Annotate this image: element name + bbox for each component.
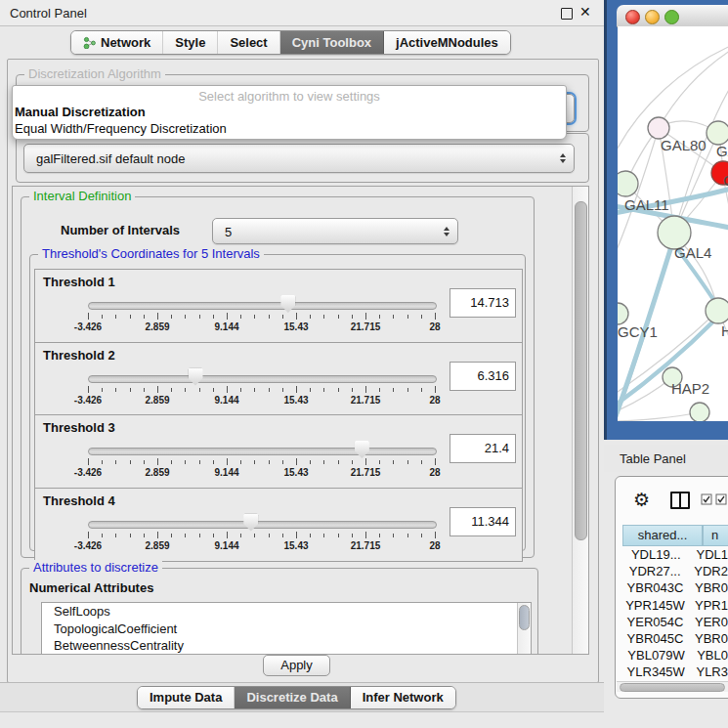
network-node[interactable]	[618, 303, 628, 324]
slider-tick	[310, 388, 311, 392]
slider-tick	[227, 386, 228, 393]
float-window-icon[interactable]	[561, 8, 573, 20]
network-edge[interactable]	[659, 51, 728, 128]
tab-label: Discretize Data	[246, 687, 337, 708]
slider-tick	[227, 313, 228, 320]
attribute-item[interactable]: BetweennessCentrality	[42, 637, 531, 655]
interval-definition-group-title: Interval Definition	[29, 189, 135, 203]
slider-tick	[296, 532, 297, 538]
network-node-label: GAL80	[661, 137, 707, 153]
tab-network[interactable]: Network	[71, 31, 163, 54]
slider-thumb[interactable]	[355, 441, 369, 458]
attribute-item[interactable]: SelfLoops	[42, 603, 531, 621]
attributes-list-scrollbar[interactable]	[517, 603, 531, 654]
zoom-traffic-light-icon[interactable]	[664, 10, 679, 24]
table-row[interactable]: YDL19...YDL1	[622, 546, 728, 563]
discretization-algorithm-group-title: Discretization Algorithm	[24, 66, 165, 81]
tab-impute-data[interactable]: Impute Data	[138, 687, 235, 708]
slider-tick	[407, 388, 408, 392]
table-hscrollbar-thumb[interactable]	[620, 683, 725, 692]
gear-icon[interactable]: ⚙	[633, 491, 650, 509]
table-cell: YLR345W	[622, 664, 689, 679]
table-row[interactable]: YBL079WYBL0	[622, 647, 728, 664]
slider-tick	[199, 534, 200, 537]
table-row[interactable]: YBR043CYBR0	[622, 579, 728, 596]
tab-style[interactable]: Style	[163, 31, 218, 54]
slider-tick	[185, 534, 186, 537]
table-cell: YBR043C	[622, 580, 688, 595]
slider-thumb[interactable]	[243, 514, 258, 532]
tab-select[interactable]: Select	[218, 31, 279, 54]
slider-track[interactable]	[88, 375, 437, 383]
threshold-label: Threshold 1	[43, 275, 115, 289]
threshold-value-field[interactable]: 6.316	[450, 362, 516, 391]
apply-button[interactable]: Apply	[263, 655, 330, 676]
slider-tick	[269, 315, 270, 319]
attributes-list[interactable]: SelfLoopsTopologicalCoefficientBetweenne…	[41, 602, 532, 655]
slider-tick	[379, 388, 380, 392]
slider-tick	[407, 460, 408, 464]
slider-track[interactable]	[88, 448, 437, 455]
table-row[interactable]: YLR345WYLR3	[622, 664, 728, 680]
threshold-panel: Threshold 2-3.4262.8599.14415.4321.71528…	[34, 342, 523, 416]
network-node[interactable]	[707, 121, 728, 145]
slider-tick	[171, 315, 172, 319]
close-icon[interactable]: ✕	[579, 4, 591, 20]
network-node-label: C	[723, 172, 728, 189]
tab-discretize-data[interactable]: Discretize Data	[235, 687, 350, 708]
table-row[interactable]: YDR27...YDR2	[622, 563, 728, 579]
network-node[interactable]	[706, 298, 728, 323]
column-header-shared-name[interactable]: shared...	[622, 525, 703, 546]
tab-cyni-toolbox[interactable]: Cyni Toolbox	[280, 31, 384, 54]
slider-tick	[171, 460, 172, 464]
panel-scrollbar-thumb[interactable]	[575, 201, 587, 540]
network-node[interactable]	[648, 117, 669, 139]
slider-track[interactable]	[88, 302, 437, 310]
table-row[interactable]: YBR045CYBR0	[622, 630, 728, 647]
slider-thumb[interactable]	[189, 368, 203, 386]
checkbox-checked-icon[interactable]	[715, 493, 728, 506]
threshold-value-field[interactable]: 11.344	[450, 507, 516, 536]
dropdown-option-equal-width[interactable]: Equal Width/Frequency Discretization	[15, 121, 227, 136]
network-node[interactable]	[690, 403, 709, 421]
tab-jactivemnodules[interactable]: jActiveMNodules	[384, 31, 510, 54]
tab-label: Cyni Toolbox	[292, 31, 371, 54]
close-traffic-light-icon[interactable]	[625, 10, 640, 24]
number-of-intervals-value: 5	[225, 224, 232, 238]
slider-tick-label: 28	[406, 395, 464, 406]
split-view-icon[interactable]	[670, 492, 690, 509]
dropdown-placeholder-item[interactable]: Select algorithm to view settings	[13, 89, 566, 104]
table-row[interactable]: YER054CYER0	[622, 614, 728, 630]
control-panel-title: Control Panel	[10, 6, 87, 21]
slider-tick	[115, 534, 116, 537]
network-edge[interactable]	[618, 412, 700, 421]
table-row[interactable]: YPR145WYPR1	[622, 597, 728, 614]
minimize-traffic-light-icon[interactable]	[645, 10, 660, 24]
slider-tick-label: 28	[406, 321, 464, 332]
table-hscrollbar[interactable]	[617, 681, 728, 692]
threshold-value-field[interactable]: 14.713	[450, 288, 516, 318]
thresholds-container: Threshold 1-3.4262.8599.14415.4321.71528…	[34, 269, 523, 562]
checkbox-checked-icon[interactable]	[701, 493, 713, 506]
table-data-combobox[interactable]: galFiltered.sif default node	[23, 144, 575, 173]
threshold-value-field[interactable]: 21.4	[450, 434, 516, 463]
tab-infer-network[interactable]: Infer Network	[351, 687, 455, 708]
network-canvas[interactable]: GAL80GACGAL11GAL4GCY1HHAP2	[618, 26, 728, 421]
slider-tick	[407, 315, 408, 319]
number-of-intervals-combobox[interactable]: 5	[212, 218, 458, 244]
slider-thumb[interactable]	[280, 295, 295, 313]
slider-tick-label: 15.43	[267, 395, 325, 406]
network-node[interactable]	[618, 171, 638, 196]
attributes-scrollbar-thumb[interactable]	[519, 605, 530, 630]
attribute-item[interactable]: TopologicalCoefficient	[42, 621, 531, 638]
network-window-titlebar[interactable]	[617, 5, 728, 27]
panel-scrollbar[interactable]	[572, 187, 588, 654]
slider-tick-label: -3.426	[59, 467, 117, 478]
slider-tick	[365, 313, 366, 320]
slider-tick-label: 9.144	[197, 321, 256, 332]
slider-tick	[157, 313, 158, 320]
column-header-name[interactable]: n	[703, 525, 728, 546]
slider-track[interactable]	[88, 521, 437, 529]
network-node-label: HAP2	[671, 380, 709, 397]
dropdown-option-manual[interactable]: Manual Discretization	[15, 105, 146, 119]
